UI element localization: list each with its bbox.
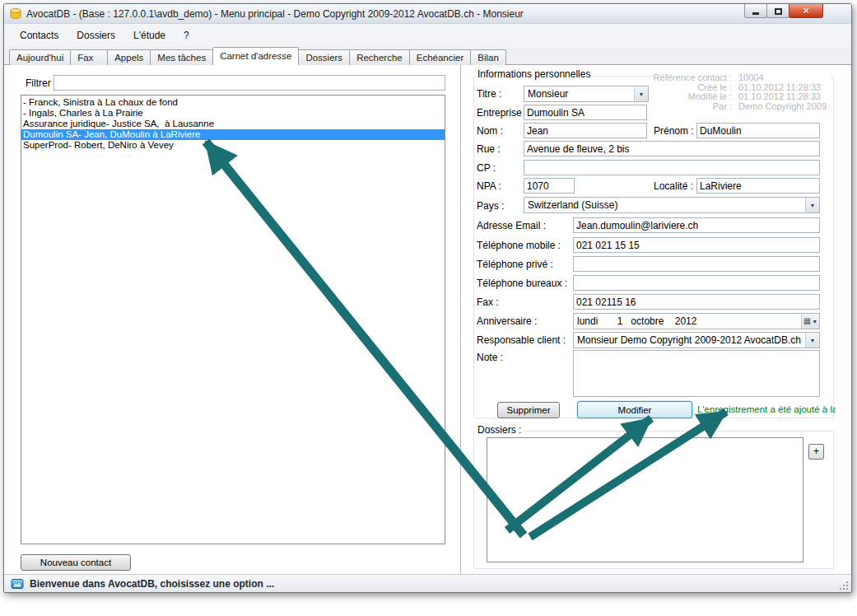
telephone-bureaux-label: Téléphone bureaux : [477,278,567,289]
maximize-button[interactable] [766,4,789,18]
tab-appels[interactable]: Appels [107,49,151,65]
nom-label: Nom : [477,125,503,137]
contact-list-item[interactable]: - Ingals, Charles à La Prairie [21,108,445,119]
app-icon [9,7,22,21]
note-textarea[interactable] [573,350,820,397]
titre-dropdown-button[interactable]: ▼ [634,86,648,101]
tab-fax[interactable]: Fax [70,49,108,65]
responsable-client-label: Responsable client : [477,334,566,346]
panel-splitter[interactable] [460,65,461,574]
app-window: AvocatDB - (Base : 127.0.0.1\avdb_demo) … [3,3,852,593]
dossiers-listbox[interactable] [487,437,803,562]
anniversaire-datepicker[interactable]: lundi 1 octobre 2012 ▦▼ [573,313,820,329]
menu-letude[interactable]: L'étude [124,26,175,44]
minimize-button[interactable] [744,4,767,18]
tab-mes-taches[interactable]: Mes tâches [150,49,213,65]
pays-label: Pays : [477,200,504,212]
supprimer-button[interactable]: Supprimer [497,402,560,418]
tab-bilan[interactable]: Bilan [470,49,506,65]
entreprise-input[interactable] [524,105,647,120]
resize-grip[interactable] [840,581,849,590]
titre-value: Monsieur [524,88,634,100]
titre-combobox[interactable]: Monsieur ▼ [524,86,649,102]
telephone-mobile-input[interactable] [573,237,820,253]
caption-buttons: ✕ [745,4,823,18]
personal-info-panel: Informations personnelles Référence cont… [472,65,837,576]
menu-dossiers[interactable]: Dossiers [68,26,124,44]
save-status-message: L'enregistrement a été ajouté à la l [697,404,836,414]
menu-help[interactable]: ? [175,26,198,44]
pays-combobox[interactable]: Switzerland (Suisse) ▼ [524,197,820,213]
menu-contacts[interactable]: Contacts [11,26,68,44]
maximize-icon [775,8,782,15]
record-meta: Référence contact : 10004 Créé le : 01.1… [654,73,831,111]
pays-value: Switzerland (Suisse) [524,199,805,211]
cp-input[interactable] [524,160,820,175]
nom-input[interactable] [524,123,647,138]
modifier-button[interactable]: Modifier [577,401,692,418]
chevron-down-icon: ▼ [810,203,816,208]
telephone-prive-label: Téléphone privé : [477,259,553,270]
dossiers-group-title: Dossiers : [475,424,524,436]
prenom-input[interactable] [696,123,820,138]
tab-aujourdhui[interactable]: Aujourd'hui [9,49,71,65]
contact-list-panel: Filtrer : - Franck, Sinistra à La chaux … [4,65,460,574]
responsable-client-combobox[interactable]: Monsieur Demo Copyright 2009-2012 Avocat… [573,332,820,348]
statusbar: Bienvenue dans AvocatDB, choisissez une … [4,574,851,592]
filter-label: Filtrer : [26,77,56,89]
close-button[interactable]: ✕ [789,4,823,18]
reference-contact-label: Référence contact : [654,73,732,83]
telephone-bureaux-input[interactable] [573,275,820,291]
tab-recherche[interactable]: Recherche [349,49,410,65]
status-app-icon [11,577,24,590]
reference-contact-value: 10004 [738,73,831,83]
cp-label: CP : [477,162,496,174]
contact-list-item-selected[interactable]: Dumoulin SA- Jean, DuMoulin à LaRiviere [21,129,445,140]
filter-input[interactable] [54,75,445,91]
tab-echeancier[interactable]: Echéancier [409,49,472,65]
pays-dropdown-button[interactable]: ▼ [805,198,819,212]
localite-label: Localité : [654,180,693,192]
modified-label: Modifié le : [654,92,732,102]
anniversaire-value: lundi 1 octobre 2012 [574,315,801,327]
tab-dossiers[interactable]: Dossiers [298,49,350,65]
close-icon: ✕ [802,6,809,16]
npa-input[interactable] [524,178,575,194]
chevron-down-icon: ▼ [812,319,817,324]
par-label: Par : [654,102,732,112]
note-label: Note : [477,352,503,363]
npa-label: NPA : [477,180,501,192]
contact-list: - Franck, Sinistra à La chaux de fond - … [21,95,445,544]
anniversaire-label: Anniversaire : [477,315,537,327]
titlebar[interactable]: AvocatDB - (Base : 127.0.0.1\avdb_demo) … [4,4,851,24]
email-input[interactable] [573,217,820,233]
minimize-icon [752,12,759,15]
tab-page-carnet-dadresse: Filtrer : - Franck, Sinistra à La chaux … [4,65,851,574]
rue-input[interactable] [524,141,820,156]
add-dossier-button[interactable]: + [808,444,824,460]
window-title: AvocatDB - (Base : 127.0.0.1\avdb_demo) … [26,8,524,20]
email-label: Adresse Email : [477,220,546,231]
tabstrip: Aujourd'hui Fax Appels Mes tâches Carnet… [4,47,851,65]
tab-carnet-dadresse[interactable]: Carnet d'adresse [212,47,299,65]
prenom-label: Prénom : [654,125,694,137]
created-value: 01.10.2012 11:28:33 [738,83,831,93]
titre-label: Titre : [477,88,501,100]
fax-input[interactable] [573,294,820,310]
calendar-icon: ▦ [803,317,811,325]
responsable-dropdown-button[interactable]: ▼ [805,333,819,348]
personal-info-group-title: Informations personnelles [475,68,593,80]
entreprise-label: Entreprise : [477,107,527,119]
contact-list-item[interactable]: - Franck, Sinistra à La chaux de fond [21,97,445,108]
rue-label: Rue : [477,143,501,155]
telephone-prive-input[interactable] [573,256,820,272]
localite-input[interactable] [696,178,820,194]
new-contact-button[interactable]: Nouveau contact [21,554,131,571]
chevron-down-icon: ▼ [639,91,645,97]
fax-label: Fax : [477,296,499,308]
par-value: Demo Copyright 2009 [738,102,831,112]
status-text: Bienvenue dans AvocatDB, choisissez une … [30,578,274,590]
contact-list-item[interactable]: Assurance juridique- Justice SA, à Lausa… [21,119,445,129]
anniversaire-dropdown-button[interactable]: ▦▼ [801,314,819,329]
contact-list-item[interactable]: SuperProd- Robert, DeNiro à Vevey [21,140,445,151]
